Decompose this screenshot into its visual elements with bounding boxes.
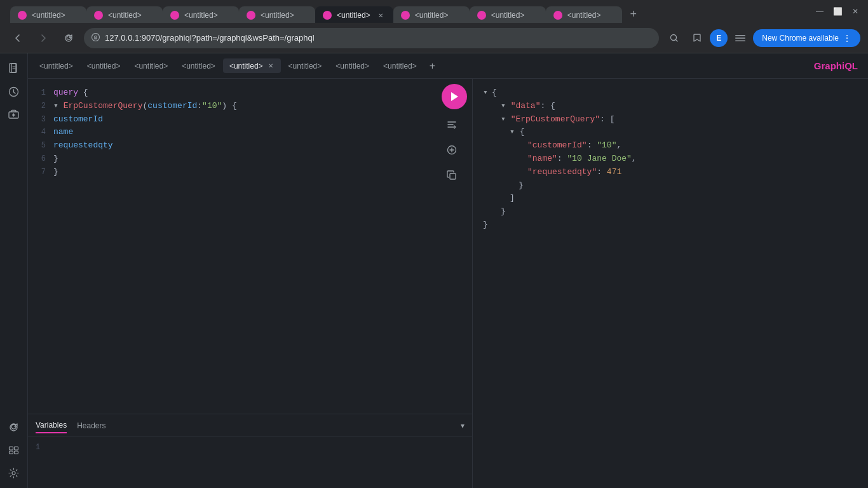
sidebar-left: [0, 53, 28, 488]
sidebar-document-icon[interactable]: [4, 58, 24, 79]
result-line-5: "customerId": "10",: [483, 139, 858, 152]
sidebar-settings-icon[interactable]: [4, 463, 24, 483]
maximize-button[interactable]: ⬜: [830, 4, 845, 19]
graphiql-tab-bar: <untitled> <untitled> <untitled> <untitl…: [28, 53, 868, 79]
merge-button[interactable]: [442, 140, 462, 160]
execute-button[interactable]: [442, 84, 467, 109]
prettify-button[interactable]: [442, 114, 462, 135]
variables-tab[interactable]: Variables: [36, 418, 67, 433]
svg-rect-14: [10, 447, 13, 450]
search-button[interactable]: [664, 28, 684, 48]
result-line-3: ▾ "ErpCustomerQuery": [: [483, 113, 858, 126]
graphiql-main: <untitled> <untitled> <untitled> <untitl…: [28, 53, 868, 488]
browser-window: <untitled> <untitled> <untitled> <untitl…: [0, 0, 868, 488]
gql-tab-8[interactable]: <untitled>: [377, 59, 423, 73]
tab-favicon-3: [170, 11, 179, 20]
tab-favicon-6: [401, 11, 410, 20]
sidebar-refresh-icon[interactable]: [4, 417, 24, 437]
svg-rect-16: [10, 451, 13, 454]
editor-area[interactable]: 1 query { 2 ▾ ErpCustomerQuery(customerI…: [28, 79, 472, 414]
code-line-4: 4 name: [28, 126, 467, 139]
result-line-2: ▾ "data": {: [483, 100, 858, 113]
editor-panel: 1 query { 2 ▾ ErpCustomerQuery(customerI…: [28, 79, 473, 488]
tab-title-2: <untitled>: [108, 11, 155, 20]
sidebar-collection-icon[interactable]: [4, 104, 24, 125]
new-chrome-button[interactable]: New Chrome available ⋮: [753, 29, 860, 47]
tab-title-5: <untitled>: [337, 11, 370, 20]
address-bar[interactable]: 127.0.0.1:9070/graphiql?path=/graphql&ws…: [84, 28, 659, 48]
tab-favicon-4: [247, 11, 255, 20]
forward-button[interactable]: [33, 28, 53, 48]
copy-button[interactable]: [442, 165, 462, 186]
browser-tab-3[interactable]: <untitled>: [163, 6, 239, 23]
gql-tab-close-5[interactable]: ✕: [267, 61, 275, 71]
code-line-5: 5 requestedqty: [28, 139, 467, 152]
svg-rect-1: [94, 37, 97, 39]
result-line-7: "requestedqty": 471: [483, 166, 858, 179]
back-button[interactable]: [8, 28, 28, 48]
tab-close-5[interactable]: ✕: [376, 10, 386, 20]
graphiql-brand: GraphiQL: [814, 60, 863, 71]
result-line-8: }: [483, 179, 858, 193]
code-line-2: 2 ▾ ErpCustomerQuery(customerId:"10") {: [28, 100, 467, 113]
gql-tab-6[interactable]: <untitled>: [282, 59, 329, 73]
title-bar: <untitled> <untitled> <untitled> <untitl…: [0, 0, 868, 23]
tab-title-4: <untitled>: [261, 11, 308, 20]
browser-tab-2[interactable]: <untitled>: [86, 6, 163, 23]
bookmark-button[interactable]: [687, 28, 707, 48]
tab-favicon-1: [18, 11, 27, 20]
gql-tab-3[interactable]: <untitled>: [128, 59, 174, 73]
browser-tab-6[interactable]: <untitled>: [393, 6, 470, 23]
tab-title-8: <untitled>: [567, 11, 614, 20]
svg-rect-6: [10, 64, 16, 72]
gql-tab-1[interactable]: <untitled>: [33, 59, 79, 73]
svg-rect-3: [735, 35, 745, 36]
tab-favicon-8: [553, 11, 562, 20]
result-line-4: ▾ {: [483, 126, 858, 139]
sidebar-shortcut-icon[interactable]: [4, 440, 24, 460]
sidebar-history-icon[interactable]: [4, 81, 24, 102]
headers-tab[interactable]: Headers: [77, 419, 105, 433]
browser-tab-5[interactable]: <untitled> ✕: [315, 6, 393, 23]
variables-collapse-icon[interactable]: ▾: [461, 421, 465, 430]
gql-tab-add-button[interactable]: +: [424, 58, 440, 74]
profile-button[interactable]: E: [710, 29, 728, 47]
gql-tab-2[interactable]: <untitled>: [81, 59, 127, 73]
editor-toolbar: [442, 84, 467, 186]
result-line-1: ▾ {: [483, 86, 858, 100]
browser-tab-1[interactable]: <untitled>: [10, 6, 86, 23]
code-line-6: 6 }: [28, 152, 467, 166]
svg-rect-17: [15, 451, 18, 454]
result-line-11: }: [483, 219, 858, 232]
tab-title-3: <untitled>: [184, 11, 231, 20]
reload-button[interactable]: [58, 28, 79, 48]
code-line-7: 7 }: [28, 166, 467, 179]
svg-point-18: [12, 471, 15, 475]
minimize-button[interactable]: —: [812, 4, 827, 19]
browser-tab-8[interactable]: <untitled>: [546, 6, 622, 23]
tab-favicon-2: [94, 11, 103, 20]
svg-rect-5: [735, 40, 745, 41]
tab-bar: <untitled> <untitled> <untitled> <untitl…: [10, 0, 807, 23]
variables-content[interactable]: 1: [28, 437, 472, 488]
new-chrome-menu-icon: ⋮: [843, 33, 851, 43]
window-controls-right: — ⬜ ✕: [812, 4, 863, 19]
graphiql-app: <untitled> <untitled> <untitled> <untitl…: [0, 53, 868, 488]
new-tab-button[interactable]: +: [625, 5, 642, 23]
gql-tab-7[interactable]: <untitled>: [329, 59, 376, 73]
graphiql-panels: 1 query { 2 ▾ ErpCustomerQuery(customerI…: [28, 79, 868, 488]
gql-tab-5[interactable]: <untitled> ✕: [223, 58, 281, 73]
tab-title-1: <untitled>: [32, 11, 79, 20]
svg-rect-15: [15, 447, 18, 450]
nav-actions: E New Chrome available ⋮: [664, 28, 860, 48]
svg-rect-4: [735, 37, 745, 39]
close-button[interactable]: ✕: [848, 4, 863, 19]
customize-button[interactable]: [730, 28, 750, 48]
variables-panel: Variables Headers ▾ 1: [28, 414, 472, 488]
gql-tab-4[interactable]: <untitled>: [175, 59, 222, 73]
result-panel: ▾ { ▾ "data": { ▾: [473, 79, 868, 488]
tab-title-6: <untitled>: [415, 11, 462, 20]
browser-tab-7[interactable]: <untitled>: [470, 6, 546, 23]
variables-tabs: Variables Headers ▾: [28, 414, 472, 437]
browser-tab-4[interactable]: <untitled>: [239, 6, 315, 23]
